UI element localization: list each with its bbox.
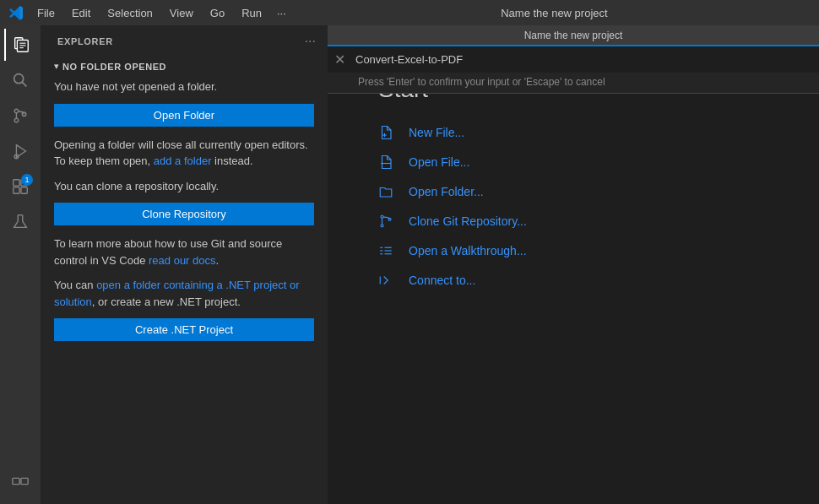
open-folder-button[interactable]: Open Folder xyxy=(54,104,314,127)
clone-git-label: Clone Git Repository... xyxy=(409,214,527,228)
create-net-project-button[interactable]: Create .NET Project xyxy=(54,318,314,341)
input-close-button[interactable]: ✕ xyxy=(328,46,352,73)
menu-view[interactable]: View xyxy=(163,5,200,21)
no-folder-label: NO FOLDER OPENED xyxy=(62,62,166,72)
svg-rect-15 xyxy=(21,187,27,193)
title-bar: File Edit Selection View Go Run ··· Name… xyxy=(0,0,819,25)
sidebar-para2: Opening a folder will close all currentl… xyxy=(54,137,314,170)
sidebar-para4-suffix: . xyxy=(216,254,220,267)
search-activity-icon[interactable] xyxy=(4,64,36,96)
remote-activity-icon[interactable] xyxy=(4,465,36,497)
input-row: ✕ xyxy=(328,45,819,73)
extensions-badge: 1 xyxy=(21,174,33,186)
menu-go[interactable]: Go xyxy=(203,5,231,21)
menu-edit[interactable]: Edit xyxy=(65,5,97,21)
test-activity-icon[interactable] xyxy=(4,206,36,238)
svg-rect-18 xyxy=(21,478,28,484)
sidebar-header: EXPLORER ··· xyxy=(41,25,328,56)
connect-label: Connect to... xyxy=(409,274,475,287)
sidebar-content: ▾ NO FOLDER OPENED You have not yet open… xyxy=(41,56,328,504)
clone-repository-button[interactable]: Clone Repository xyxy=(54,203,314,225)
menu-run[interactable]: Run xyxy=(235,5,268,21)
input-hint: Press 'Enter' to confirm your input or '… xyxy=(328,73,819,93)
walkthrough-icon xyxy=(378,241,397,259)
sidebar-para1: You have not yet opened a folder. xyxy=(54,79,314,95)
read-docs-link[interactable]: read our docs xyxy=(149,254,216,267)
svg-point-8 xyxy=(14,118,19,122)
svg-point-5 xyxy=(14,74,24,84)
svg-point-22 xyxy=(381,225,383,227)
add-folder-link[interactable]: add a folder xyxy=(154,154,212,167)
input-overlay: Name the new project ✕ Press 'Enter' to … xyxy=(328,25,819,94)
sidebar: EXPLORER ··· ▾ NO FOLDER OPENED You have… xyxy=(41,25,328,504)
activity-bar: 1 xyxy=(0,25,41,504)
svg-line-6 xyxy=(22,82,26,86)
explorer-activity-icon[interactable] xyxy=(4,29,36,61)
svg-rect-12 xyxy=(14,180,19,186)
sidebar-para5-prefix: You can xyxy=(54,279,96,291)
menu-bar: File Edit Selection View Go Run ··· xyxy=(30,5,291,21)
vscode-logo-icon xyxy=(8,5,24,20)
sidebar-para5-suffix: , or create a new .NET project. xyxy=(92,295,241,308)
new-file-icon xyxy=(378,123,397,141)
connect-icon xyxy=(378,271,397,289)
svg-rect-14 xyxy=(14,187,19,193)
menu-selection[interactable]: Selection xyxy=(100,5,159,21)
extensions-activity-icon[interactable]: 1 xyxy=(4,171,36,203)
new-file-label: New File... xyxy=(409,126,464,139)
chevron-down-icon: ▾ xyxy=(54,61,59,72)
main-area: Name the new project ✕ Press 'Enter' to … xyxy=(328,25,819,504)
project-name-input[interactable] xyxy=(352,48,819,71)
connect-item[interactable]: Connect to... xyxy=(378,271,768,289)
menu-file[interactable]: File xyxy=(30,5,62,21)
walkthrough-item[interactable]: Open a Walkthrough... xyxy=(378,241,768,259)
svg-point-21 xyxy=(381,216,383,219)
sidebar-para4: To learn more about how to use Git and s… xyxy=(54,236,314,268)
sidebar-para2-middle: instead. xyxy=(211,154,252,167)
sidebar-more-icon[interactable]: ··· xyxy=(303,32,317,51)
walkthrough-label: Open a Walkthrough... xyxy=(409,244,527,257)
open-file-label: Open File... xyxy=(409,155,469,169)
menu-more[interactable]: ··· xyxy=(272,5,291,21)
new-file-item[interactable]: New File... xyxy=(378,123,768,141)
open-folder-welcome-item[interactable]: Open Folder... xyxy=(378,182,768,200)
open-file-icon xyxy=(378,153,397,171)
input-overlay-title: Name the new project xyxy=(328,25,819,45)
run-debug-activity-icon[interactable] xyxy=(4,135,36,167)
open-folder-icon xyxy=(378,182,397,200)
source-control-activity-icon[interactable] xyxy=(4,100,36,132)
no-folder-section[interactable]: ▾ NO FOLDER OPENED xyxy=(54,56,314,79)
svg-rect-17 xyxy=(13,478,19,484)
open-folder-label: Open Folder... xyxy=(409,185,484,198)
open-file-item[interactable]: Open File... xyxy=(378,153,768,171)
clone-git-icon xyxy=(378,212,397,230)
clone-git-item[interactable]: Clone Git Repository... xyxy=(378,212,768,230)
svg-point-7 xyxy=(14,109,19,113)
window-title: Name the new project xyxy=(298,7,811,19)
sidebar-header-icons: ··· xyxy=(303,32,317,51)
sidebar-para3: You can clone a repository locally. xyxy=(54,178,314,195)
sidebar-title: EXPLORER xyxy=(57,36,113,46)
sidebar-para5: You can open a folder containing a .NET … xyxy=(54,277,314,310)
